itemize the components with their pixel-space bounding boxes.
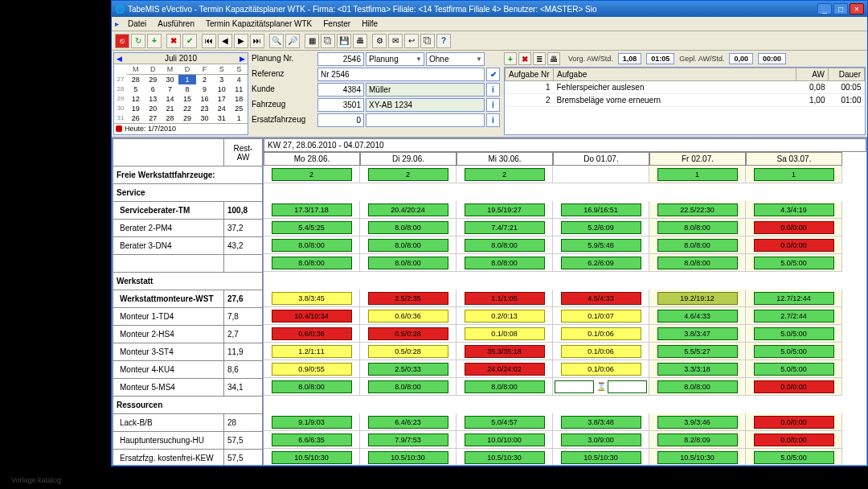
cal-day[interactable]: 23 bbox=[196, 104, 213, 113]
maximize-button[interactable]: □ bbox=[833, 3, 848, 14]
ref-ok-icon[interactable]: ✔ bbox=[486, 68, 500, 81]
capacity-pill[interactable]: 8.0/8:00 bbox=[272, 257, 352, 269]
dup-icon[interactable]: ⿻ bbox=[420, 34, 435, 48]
capacity-pill[interactable]: 0.9/0:55 bbox=[272, 363, 352, 376]
cal-day[interactable]: 21 bbox=[162, 104, 178, 113]
capacity-pill[interactable]: 2.7/2:44 bbox=[754, 310, 834, 323]
day-header[interactable]: Fr 02.07. bbox=[649, 152, 746, 166]
capacity-pill[interactable]: 22.5/22:30 bbox=[657, 203, 738, 216]
capacity-pill[interactable]: 35.3/35:18 bbox=[465, 345, 545, 358]
cal-day[interactable]: 1 bbox=[231, 113, 248, 123]
plan-nr-field[interactable]: 2546 bbox=[317, 52, 364, 66]
cal-day[interactable]: 26 bbox=[127, 113, 144, 123]
capacity-pill[interactable]: 0.6/0:36 bbox=[368, 310, 448, 323]
task-table[interactable]: Aufgabe Nr Aufgabe AW Dauer 1Fehlerspeic… bbox=[504, 67, 866, 135]
cal-day[interactable]: 15 bbox=[178, 94, 195, 104]
kunde-field[interactable]: Müller bbox=[366, 83, 485, 97]
capacity-pill[interactable] bbox=[608, 380, 647, 393]
first-icon[interactable]: ⏮ bbox=[202, 34, 216, 48]
cal-day[interactable]: 19 bbox=[127, 104, 144, 113]
next-icon[interactable]: ▶ bbox=[234, 34, 248, 48]
prev-icon[interactable]: ◀ bbox=[218, 34, 232, 48]
task-row[interactable]: 2Bremsbeläge vorne erneuern1,0001:00 bbox=[506, 94, 865, 107]
capacity-pill[interactable]: 10.5/10:30 bbox=[657, 451, 738, 464]
capacity-pill[interactable]: 0.5/0:28 bbox=[368, 327, 448, 340]
menu-wtk[interactable]: Termin Kapazitätsplaner WTK bbox=[200, 18, 317, 29]
cal-day[interactable]: 11 bbox=[231, 84, 248, 94]
cal-next-icon[interactable]: ▶ bbox=[240, 55, 245, 63]
cell-area[interactable]: KW 27, 28.06.2010 - 04.07.2010 Mo 28.06.… bbox=[263, 138, 867, 466]
capacity-pill[interactable]: 0.0/0:00 bbox=[754, 239, 834, 252]
capacity-pill[interactable]: 10.4/10:34 bbox=[272, 310, 352, 323]
capacity-pill[interactable]: 8.0/8:00 bbox=[465, 380, 545, 393]
capacity-pill[interactable]: 10.5/10:30 bbox=[465, 451, 545, 464]
fzg-info-icon[interactable]: i bbox=[486, 98, 500, 112]
cal-prev-icon[interactable]: ◀ bbox=[117, 55, 122, 63]
capacity-pill[interactable]: 19.2/19:12 bbox=[657, 292, 738, 305]
cal-day[interactable]: 27 bbox=[144, 113, 161, 123]
help-icon[interactable]: ? bbox=[436, 34, 451, 48]
capacity-pill[interactable]: 10.5/10:30 bbox=[272, 451, 352, 464]
ref-field[interactable]: Nr 2546 bbox=[317, 68, 485, 81]
save-icon[interactable]: 💾 bbox=[337, 34, 351, 48]
cal-day[interactable]: 28 bbox=[162, 113, 178, 123]
capacity-pill[interactable]: 0.1/0:07 bbox=[561, 310, 641, 323]
cal-day[interactable]: 5 bbox=[127, 84, 144, 94]
capacity-pill[interactable]: 0.0/0:00 bbox=[754, 221, 834, 234]
task-del-icon[interactable]: ✖ bbox=[518, 52, 531, 65]
capacity-pill[interactable]: 8.0/8:00 bbox=[657, 380, 738, 393]
capacity-pill[interactable]: 17.3/17.18 bbox=[272, 203, 352, 216]
capacity-pill[interactable]: 8.0/8:00 bbox=[368, 257, 448, 269]
ers-info-icon[interactable]: i bbox=[486, 113, 500, 127]
day-header[interactable]: Di 29.06. bbox=[360, 152, 457, 166]
day-header[interactable]: Sa 03.07. bbox=[746, 152, 842, 166]
capacity-pill[interactable]: 12.7/12:44 bbox=[754, 292, 834, 305]
cal-day[interactable]: 3 bbox=[213, 75, 230, 84]
kunde-info-icon[interactable]: i bbox=[486, 83, 500, 97]
menu-ausfuehren[interactable]: Ausführen bbox=[152, 18, 200, 29]
capacity-pill[interactable]: 10.5/10:30 bbox=[368, 451, 448, 464]
capacity-pill[interactable]: 5.0/5:00 bbox=[754, 363, 834, 376]
capacity-pill[interactable]: 3.8/3:45 bbox=[272, 292, 352, 305]
capacity-pill[interactable]: 20.4/20:24 bbox=[368, 203, 448, 216]
capacity-pill[interactable]: 8.0/8:00 bbox=[465, 239, 545, 252]
capacity-pill[interactable]: 0.2/0:13 bbox=[465, 310, 545, 323]
add-icon[interactable]: + bbox=[147, 34, 162, 48]
col-aufgabe[interactable]: Aufgabe bbox=[554, 68, 796, 81]
capacity-pill[interactable]: 1 bbox=[657, 168, 738, 181]
cal-day[interactable]: 30 bbox=[162, 75, 178, 84]
capacity-pill[interactable]: 8.0/8:00 bbox=[368, 380, 448, 393]
capacity-pill[interactable]: 9.1/9:03 bbox=[272, 416, 352, 429]
capacity-pill[interactable]: 3.8/3:47 bbox=[657, 327, 738, 340]
mail-icon[interactable]: ✉ bbox=[388, 34, 403, 48]
capacity-pill[interactable]: 0.1/0:06 bbox=[561, 363, 641, 376]
minimize-button[interactable]: _ bbox=[817, 3, 832, 14]
menu-datei[interactable]: Datei bbox=[122, 18, 152, 29]
capacity-pill[interactable]: 10.0/10:00 bbox=[465, 434, 545, 446]
capacity-pill[interactable]: 3.3/3:18 bbox=[657, 363, 738, 376]
cal-day[interactable]: 30 bbox=[196, 113, 213, 123]
capacity-pill[interactable]: 2 bbox=[272, 168, 352, 181]
cal-day[interactable]: 10 bbox=[213, 84, 230, 94]
capacity-pill[interactable]: 0.6/0:36 bbox=[272, 327, 352, 340]
col-aw[interactable]: AW bbox=[796, 68, 829, 81]
task-print-icon[interactable]: 🖶 bbox=[547, 52, 560, 65]
capacity-pill[interactable]: 7.9/7:53 bbox=[368, 434, 448, 446]
capacity-pill[interactable]: 0.1/0:08 bbox=[465, 327, 545, 340]
capacity-pill[interactable]: 7.4/7:21 bbox=[465, 221, 545, 234]
cal-day[interactable]: 17 bbox=[213, 94, 230, 104]
cal-day[interactable]: 9 bbox=[196, 84, 213, 94]
day-header[interactable]: Mi 30.06. bbox=[457, 152, 553, 166]
cal-day[interactable]: 20 bbox=[144, 104, 161, 113]
capacity-pill[interactable]: 8.0/8:00 bbox=[465, 257, 545, 269]
plan-select[interactable]: Planung bbox=[366, 52, 424, 66]
cal-day[interactable]: 18 bbox=[231, 94, 248, 104]
capacity-pill[interactable]: 10.5/10:30 bbox=[561, 451, 641, 464]
capacity-pill[interactable]: 5.9/5:48 bbox=[561, 239, 641, 252]
capacity-pill[interactable]: 0.1/0:06 bbox=[561, 327, 641, 340]
col-dauer[interactable]: Dauer bbox=[829, 68, 865, 81]
cal-day[interactable]: 29 bbox=[178, 113, 195, 123]
capacity-pill[interactable] bbox=[555, 380, 594, 393]
capacity-pill[interactable]: 5.0/4:57 bbox=[465, 416, 545, 429]
capacity-pill[interactable]: 3.9/3:46 bbox=[657, 416, 738, 429]
